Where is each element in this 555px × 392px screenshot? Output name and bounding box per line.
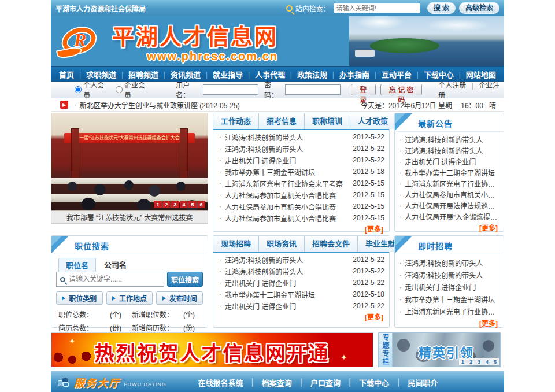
slider-page-button[interactable]: 2 [162, 201, 171, 208]
announcement-item[interactable]: · 人力社保局开展“入企锻炼提素质” [399, 211, 499, 222]
slider-page-button[interactable]: 1 [154, 201, 162, 208]
news-item[interactable]: · 汪鸿涛:科技创新的带头人 2012-5-22 [218, 131, 384, 143]
keyword-input[interactable] [69, 275, 160, 283]
instant-job-item[interactable]: · 汪鸿涛:科技创新的带头人 [399, 257, 499, 269]
news-tab[interactable]: 工作动态 [213, 113, 259, 129]
company-member-option[interactable]: 企业会员 [116, 80, 150, 99]
instant-job-title[interactable]: 上海浦东新区光电子行业协会来平考 [405, 306, 499, 316]
news-item-title[interactable]: 我市举办第十三期金平湖讲坛 [225, 167, 348, 177]
announcement-item[interactable]: · 汪鸿涛:科技创新的带头人 [399, 145, 499, 156]
nav-item[interactable]: 人事代理 [255, 69, 285, 80]
news-item[interactable]: · 我市举办第十三期金平湖讲坛 2012-5-18 [218, 166, 384, 177]
news-item[interactable]: · 我市举办第十三期金平湖讲坛 2012-5-18 [218, 289, 384, 300]
instant-job-item[interactable]: · 上海浦东新区光电子行业协会来平考 [399, 305, 499, 317]
news-tab[interactable]: 招考信息 [259, 113, 305, 129]
news-item-title[interactable]: 走出机关门 进得企业门 [225, 278, 348, 288]
nav-item[interactable]: 下载中心 [424, 69, 454, 80]
news-item-title[interactable]: 人力社保局参加市直机关小合唱比赛 [225, 202, 348, 212]
nav-item[interactable]: 求职频道 [86, 69, 116, 80]
news-item-title[interactable]: 汪鸿涛:科技创新的带头人 [225, 144, 348, 154]
instant-job-title[interactable]: 我市举办第十三期金平湖讲坛 [405, 294, 495, 304]
site-search-input[interactable] [334, 3, 420, 13]
announcement-item[interactable]: · 人力社保局参加市直机关小合唱比赛 [399, 189, 499, 200]
nav-item[interactable]: 首页 [59, 69, 74, 80]
nav-item[interactable]: 就业指导 [213, 69, 243, 80]
slider-page-button[interactable]: 4 [180, 201, 188, 208]
service-link[interactable]: 在线报名系统 [198, 377, 243, 388]
special-page-button[interactable]: 3 [475, 358, 483, 365]
news-item[interactable]: · 走出机关门 进得企业门 2012-5-22 [218, 300, 384, 312]
news-tab[interactable]: 职称培训 [305, 113, 350, 129]
celebration-banner[interactable]: ✦ ✦ ✦ 热烈祝贺人才信息网开通 [51, 332, 373, 367]
news-item[interactable]: · 走出机关门 进得企业门 2012-5-22 [218, 277, 384, 289]
slider-page-button[interactable]: 3 [171, 201, 179, 208]
username-field[interactable] [203, 84, 258, 95]
photo-slider[interactable]: 第一届“江苏技能状元”大赛常州选拔赛组委会扩大会议 123456 [51, 113, 208, 211]
announcement-title[interactable]: 人力社保局开展法律法规巡回培训 [405, 201, 499, 210]
personal-member-radio[interactable] [75, 86, 82, 93]
service-link[interactable]: 下载中心 [359, 377, 389, 388]
instant-job-title[interactable]: 走出机关门 进得企业门 [405, 282, 476, 292]
news-item-title[interactable]: 人力社保局参加市直机关小合唱比赛 [225, 190, 348, 200]
special-column-banner[interactable]: 专题专栏 精英引领 12345 [378, 332, 501, 367]
more-link[interactable]: [更多] [365, 225, 383, 234]
news-item[interactable]: · 汪鸿涛:科技创新的带头人 2012-5-22 [218, 254, 384, 265]
announcement-title[interactable]: 我市举办第十三期金平湖讲坛 [405, 168, 495, 177]
news-item-title[interactable]: 走出机关门 进得企业门 [225, 156, 348, 165]
job-filter-button[interactable]: 工作地点 [106, 291, 153, 305]
announcement-title[interactable]: 人力社保局开展“入企锻炼提素质” [405, 212, 499, 221]
news-item-title[interactable]: 人力社保局参加市直机关小合唱比赛 [225, 213, 348, 223]
announcement-item[interactable]: · 汪鸿涛:科技创新的带头人 [399, 134, 499, 145]
nav-item[interactable]: 资讯频道 [171, 69, 201, 80]
tab-company-name[interactable]: 公司名 [97, 258, 134, 272]
news-item-title[interactable]: 汪鸿涛:科技创新的带头人 [225, 255, 348, 265]
announcement-item[interactable]: · 我市举办第十三期金平湖讲坛 [399, 167, 499, 178]
nav-item[interactable]: 办事指南 [339, 69, 369, 80]
company-member-radio[interactable] [116, 86, 123, 93]
service-link[interactable]: 档案查询 [262, 377, 292, 388]
job-filter-button[interactable]: 职位类别 [56, 291, 103, 305]
news-item[interactable]: · 人力社保局参加市直机关小合唱比赛 2012-5-15 [218, 189, 384, 201]
site-logo[interactable]: R [59, 25, 103, 57]
instant-job-item[interactable]: · 我市举办第十三期金平湖讲坛 [399, 293, 499, 305]
slider-page-button[interactable]: 6 [197, 201, 205, 208]
site-search-button[interactable]: 搜 索 [427, 2, 456, 14]
announcement-title[interactable]: 上海浦东新区光电子行业协会来平考 [405, 179, 499, 188]
job-search-button[interactable]: 职位搜索 [167, 272, 203, 287]
slider-page-button[interactable]: 5 [188, 201, 197, 208]
announcement-item[interactable]: · 上海浦东新区光电子行业协会来平考 [399, 178, 499, 189]
password-field[interactable] [285, 84, 341, 95]
news-item-title[interactable]: 上海浦东新区光电子行业协会来平考察 [225, 179, 348, 188]
news-item-title[interactable]: 汪鸿涛:科技创新的带头人 [225, 267, 348, 276]
news-item-title[interactable]: 汪鸿涛:科技创新的带头人 [225, 132, 348, 142]
nav-item[interactable]: 招聘频道 [128, 69, 158, 80]
nav-item[interactable]: 网站地图 [466, 69, 496, 80]
special-page-button[interactable]: 2 [467, 358, 475, 365]
news-item-title[interactable]: 我市举办第十三期金平湖讲坛 [225, 290, 348, 299]
announcement-title[interactable]: 汪鸿涛:科技创新的带头人 [405, 146, 483, 156]
more-link[interactable]: [更多] [479, 320, 498, 328]
announcement-title[interactable]: 人力社保局参加市直机关小合唱比赛 [405, 190, 499, 199]
announcement-title[interactable]: 走出机关门 进得企业门 [405, 157, 476, 167]
ticker-headline[interactable]: 新北区举办大学生创业与就业政策讲座 (2012-05-25) [80, 100, 240, 110]
personal-register-link[interactable]: 个人注册 [438, 82, 466, 90]
instant-job-title[interactable]: 汪鸿涛:科技创新的带头人 [405, 270, 483, 280]
news-item[interactable]: · 走出机关门 进得企业门 2012-5-22 [218, 154, 384, 166]
special-page-button[interactable]: 1 [459, 358, 467, 365]
personal-member-option[interactable]: 个人会员 [75, 80, 109, 99]
job-filter-button[interactable]: 发布时间 [156, 291, 203, 305]
news-tab[interactable]: 职场资讯 [259, 236, 305, 252]
news-tab[interactable]: 人才政策 [350, 113, 396, 129]
announcement-title[interactable]: 汪鸿涛:科技创新的带头人 [405, 135, 483, 145]
more-link[interactable]: [更多] [479, 224, 498, 232]
news-item[interactable]: · 汪鸿涛:科技创新的带头人 2012-5-22 [218, 143, 384, 154]
announcement-item[interactable]: · 走出机关门 进得企业门 [399, 156, 499, 167]
news-item[interactable]: · 人力社保局参加市直机关小合唱比赛 2012-5-15 [218, 212, 384, 224]
tab-position-name[interactable]: 职位名 [58, 258, 96, 272]
news-tab[interactable]: 现场招聘 [213, 236, 259, 252]
news-item[interactable]: · 人力社保局参加市直机关小合唱比赛 2012-5-15 [218, 201, 384, 212]
nav-item[interactable]: 互动平台 [382, 69, 412, 80]
advanced-search-button[interactable]: 高级检索 [459, 2, 500, 14]
instant-job-item[interactable]: · 走出机关门 进得企业门 [399, 281, 499, 293]
news-tab[interactable]: 招聘会文件 [305, 236, 358, 252]
